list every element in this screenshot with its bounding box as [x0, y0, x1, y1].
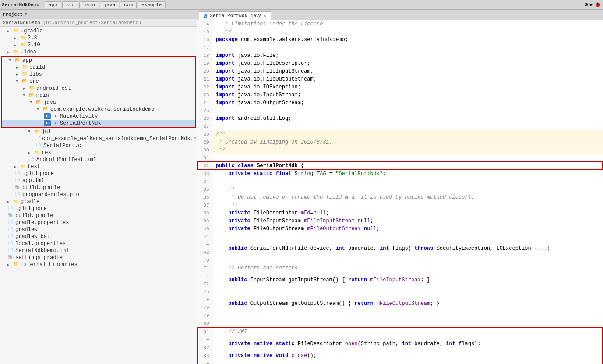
proguard-icon: 📄	[14, 192, 21, 198]
line-num-84: + 84	[197, 360, 213, 364]
folder-icon-build: 📁	[21, 64, 28, 70]
tree-item-main[interactable]: ▼ 📂 main	[2, 92, 195, 99]
file-icon-gradlewbat: 📄	[7, 234, 14, 240]
line-num-36: 36	[197, 193, 213, 201]
nav-tab-com[interactable]: com	[120, 1, 137, 8]
line-code-83: private native void close();	[213, 352, 603, 360]
line-num-37: 37	[197, 201, 213, 209]
tree-item-gradleprops[interactable]: 📄 gradle.properties	[0, 219, 197, 226]
line-num-34: 34	[197, 178, 213, 186]
line-code-15: */	[213, 28, 603, 36]
tree-item-package[interactable]: ▼ 📂 com.example.walkera.serialndkdemo	[2, 106, 195, 113]
line-75: 75	[197, 288, 603, 296]
file-icon-gradlew: 📄	[7, 227, 14, 233]
tree-item-src[interactable]: ▼ 📂 src	[2, 78, 195, 85]
label-appiml: app.iml	[22, 178, 44, 184]
sidebar-tree: ▶ 📁 .gradle ▶ 📁 2.8 ▶ 📁	[0, 27, 197, 364]
tree-item-localprops[interactable]: 📄 local.properties	[0, 240, 197, 247]
tab-close-button[interactable]: ✕	[264, 13, 266, 18]
tree-item-gradlew[interactable]: 📄 gradlew	[0, 226, 197, 233]
tree-item-proguard[interactable]: 📄 proguard-rules.pro	[0, 191, 197, 198]
tree-item-gitignore-top[interactable]: 📄 .gitignore	[0, 205, 197, 212]
tree-item-gradle-top[interactable]: ▶ 📁 gradle	[0, 198, 197, 205]
line-24: 24 import java.io.OutputStream;	[197, 99, 603, 107]
gitignore-icon-app: 📄	[14, 171, 21, 177]
line-code-79	[213, 312, 603, 319]
properties-icon-gradle: 📄	[7, 220, 14, 226]
arrow-app: ▼	[9, 58, 14, 63]
line-code-82: private native static FileDescriptor ope…	[213, 336, 603, 352]
line-num-42: + 42	[197, 241, 213, 256]
tree-item-mainactivity[interactable]: C ● MainActivity	[2, 113, 195, 120]
xml-icon: 📄	[28, 157, 35, 163]
line-code-40: private FileOutputStream mFileOutputStre…	[213, 225, 603, 233]
folder-icon-2.10: 📁	[19, 42, 26, 48]
line-num-72: + 72	[197, 272, 213, 288]
arrow-test: ▶	[14, 164, 19, 169]
line-79: 79	[197, 312, 603, 319]
sidebar-dropdown-icon[interactable]: ▼	[25, 12, 27, 17]
toolbar-icon-settings[interactable]: ⚙	[585, 1, 588, 8]
tree-item-java[interactable]: ▼ 📂 java	[2, 99, 195, 106]
tree-item-libs[interactable]: ▶ 📁 libs	[2, 71, 195, 78]
tree-item-serialport-c[interactable]: 📄 SerialPort.c	[0, 142, 197, 149]
line-39: 39 private FileInputStream mFileInputStr…	[197, 217, 603, 225]
tree-item-2.8[interactable]: ▶ 📁 2.8	[0, 35, 197, 42]
nav-tab-main[interactable]: main	[79, 1, 99, 8]
line-code-26: import android.util.Log;	[213, 115, 603, 122]
line-code-28: /**	[213, 130, 603, 138]
nav-tab-src[interactable]: src	[62, 1, 79, 8]
tree-item-serialiml[interactable]: 📄 SerialNdkDemo.iml	[0, 247, 197, 254]
tree-item-androidmanifest[interactable]: 📄 AndroidManifest.xml	[0, 156, 197, 163]
tree-item-idea[interactable]: ▶ 📁 .idea	[0, 49, 197, 56]
tree-item-jni[interactable]: ▼ 📂 jni	[0, 128, 197, 135]
editor-tab-serialportndk[interactable]: C SerialPortNdk.java ✕	[199, 11, 271, 20]
line-num-25: 25	[197, 107, 213, 115]
folder-icon-androidtest: 📁	[28, 85, 35, 91]
tree-item-buildgradle-top[interactable]: 🐘 build.gradle	[0, 212, 197, 219]
editor-content[interactable]: 14 * Limitations under the License. 15 *…	[197, 20, 603, 364]
tree-item-gradle[interactable]: ▶ 📁 .gradle	[0, 28, 197, 35]
project-path: (D:\android_project\SerialNdkDemo)	[43, 20, 141, 25]
main-layout: Project ▼ SerialNdkDemo (D:\android_proj…	[0, 10, 603, 364]
tree-item-buildgradle-app[interactable]: 🐘 build.gradle	[0, 184, 197, 191]
line-num-29: 29	[197, 138, 213, 146]
tree-item-gradlewbat[interactable]: 📄 gradlew.bat	[0, 233, 197, 240]
tree-item-test[interactable]: ▶ 📁 test	[0, 163, 197, 170]
line-19: 19 import java.io.FileDescriptor;	[197, 60, 603, 67]
tree-item-jni-h[interactable]: 📄 com_example_walkera_serialndkdemo_Seri…	[0, 135, 197, 142]
nav-tab-java[interactable]: java	[100, 1, 119, 8]
tree-item-2.10[interactable]: ▶ 📁 2.10	[0, 42, 197, 49]
toolbar-icon-run[interactable]: ▶	[590, 1, 593, 8]
label-gitignore-app: .gitignore	[22, 171, 54, 177]
tree-item-androidtest[interactable]: ▶ 📁 androidTest	[2, 85, 195, 92]
nav-tab-app[interactable]: app	[45, 1, 61, 8]
folder-icon-app: 📂	[14, 57, 21, 63]
tree-item-app[interactable]: ▼ 📂 app	[2, 57, 195, 64]
h-icon: 📄	[35, 136, 41, 142]
folder-icon-res: 📁	[33, 150, 40, 156]
tree-item-gitignore-app[interactable]: 📄 .gitignore	[0, 170, 197, 177]
line-code-41	[213, 233, 603, 241]
project-name: SerialNdkDemo	[3, 20, 40, 25]
line-29: 29 * Created by lihaiping on 2016/8/31.	[197, 138, 603, 146]
line-22: 22 import java.io.IOException;	[197, 83, 603, 91]
line-num-41: 41	[197, 233, 213, 241]
label-androidmanifest: AndroidManifest.xml	[36, 157, 96, 163]
line-20: 20 import java.io.FileInputStream;	[197, 67, 603, 75]
tree-item-appiml[interactable]: 📄 app.iml	[0, 177, 197, 184]
label-proguard: proguard-rules.pro	[22, 192, 79, 198]
nav-tab-example[interactable]: example	[138, 1, 166, 8]
tree-item-settingsgradle[interactable]: 🐘 settings.gradle	[0, 254, 197, 261]
line-num-35: 35	[197, 186, 213, 193]
tree-item-build[interactable]: ▶ 📁 build	[2, 64, 195, 71]
line-code-32: public class SerialPortNdk {	[213, 162, 603, 170]
tree-item-extlibs[interactable]: ▶ 📁 External Libraries	[0, 261, 197, 268]
toolbar-icon-debug[interactable]: 🐞	[595, 1, 601, 8]
folder-icon-jni: 📂	[33, 129, 40, 135]
tree-item-res[interactable]: ▶ 📁 res	[0, 149, 197, 156]
line-42: + 42 public SerialPortNdk(File device, i…	[197, 241, 603, 256]
line-code-36: * Do not remove or rename the field mFd:…	[213, 193, 603, 201]
label-gitignore-top: .gitignore	[15, 206, 47, 212]
tree-item-serialportndk[interactable]: C ● SerialPortNdk	[2, 120, 195, 127]
